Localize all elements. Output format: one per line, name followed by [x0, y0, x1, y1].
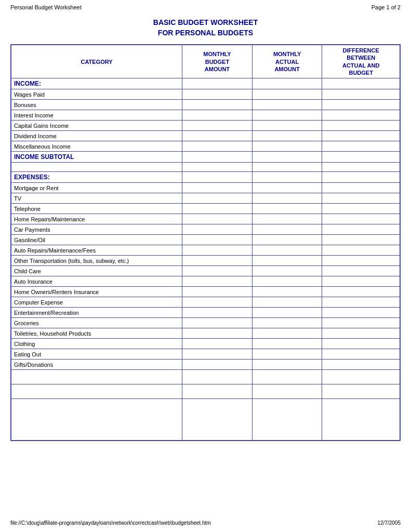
main-title: BASIC BUDGET WORKSHEET FOR PERSONAL BUDG… [0, 18, 411, 38]
bottom-spacer-row [11, 384, 400, 399]
footer-left: file://C:\doug\affiliate-programs\payday… [10, 520, 211, 526]
expense-row-label: Telephone [11, 204, 182, 214]
expense-row: Telephone [11, 204, 400, 214]
income-row: Interest Income [11, 110, 400, 121]
expense-row: Car Payments [11, 224, 400, 235]
income-row-label: Dividend Income [11, 131, 182, 141]
expense-row-label: Home Repairs/Maintenance [11, 214, 182, 224]
expense-row: Eating Out [11, 349, 400, 360]
expense-row: Mortgage or Rent [11, 183, 400, 193]
expense-row-label: Toiletries, Household Products [11, 328, 182, 339]
expense-row: Computer Expense [11, 297, 400, 308]
expense-row: Home Owners/Renters Insurance [11, 287, 400, 297]
expense-row: TV [11, 193, 400, 204]
expense-row-label: Computer Expense [11, 297, 182, 308]
header-left: Personal Budget Worksheet [10, 4, 82, 10]
income-row: Miscellaneous Income [11, 141, 400, 152]
income-row: Bonuses [11, 100, 400, 110]
income-row-label: Bonuses [11, 100, 182, 110]
expense-row-label: Auto Insurance [11, 276, 182, 287]
budget-table: CATEGORY MONTHLYBUDGETAMOUNT MONTHLYACTU… [11, 45, 400, 441]
expense-row: Toiletries, Household Products [11, 328, 400, 339]
expenses-header-row: EXPENSES: [11, 172, 400, 183]
expense-row-label: TV [11, 193, 182, 204]
expense-row-label: Gifts/Donations [11, 360, 182, 370]
expense-row-label: Groceries [11, 318, 182, 328]
bottom-spacer-row [11, 370, 400, 384]
header-right: Page 1 of 2 [372, 4, 401, 10]
income-subtotal-row: INCOME SUBTOTAL [11, 152, 400, 163]
col-header-diff: DIFFERENCEBETWEENACTUAL ANDBUDGET [322, 45, 400, 78]
expense-row: Gasoline/Oil [11, 235, 400, 245]
expense-row: Auto Insurance [11, 276, 400, 287]
expense-row-label: Gasoline/Oil [11, 235, 182, 245]
expense-row: Entertainment/Recreation [11, 308, 400, 318]
spacer-row [11, 163, 400, 172]
expense-row-label: Car Payments [11, 224, 182, 235]
col-header-category: CATEGORY [11, 45, 182, 78]
income-row: Dividend Income [11, 131, 400, 141]
expense-row: Home Repairs/Maintenance [11, 214, 400, 224]
expense-row-label: Entertainment/Recreation [11, 308, 182, 318]
expenses-header-label: EXPENSES: [11, 172, 182, 183]
expense-row-label: Home Owners/Renters Insurance [11, 287, 182, 297]
income-subtotal-label: INCOME SUBTOTAL [11, 152, 182, 163]
expense-row: Groceries [11, 318, 400, 328]
table-header-row: CATEGORY MONTHLYBUDGETAMOUNT MONTHLYACTU… [11, 45, 400, 78]
expense-row-label: Child Care [11, 266, 182, 276]
expense-row: Child Care [11, 266, 400, 276]
expense-row-label: Eating Out [11, 349, 182, 360]
income-row: Capital Gains Income [11, 121, 400, 131]
expense-row-label: Auto Repairs/Maintenance/Fees [11, 245, 182, 256]
footer-right: 12/7/2005 [378, 520, 401, 526]
income-header-row: INCOME: [11, 78, 400, 89]
expense-row: Auto Repairs/Maintenance/Fees [11, 245, 400, 256]
col-header-budget: MONTHLYBUDGETAMOUNT [182, 45, 253, 78]
expense-row-label: Clothing [11, 339, 182, 349]
col-header-actual: MONTHLYACTUALAMOUNT [252, 45, 322, 78]
expense-row-label: Mortgage or Rent [11, 183, 182, 193]
income-row-label: Wages Paid [11, 89, 182, 100]
expense-row: Clothing [11, 339, 400, 349]
page-footer: file://C:\doug\affiliate-programs\payday… [0, 518, 411, 528]
bottom-spacer-row [11, 399, 400, 441]
income-row-label: Interest Income [11, 110, 182, 121]
income-row: Wages Paid [11, 89, 400, 100]
income-header-label: INCOME: [11, 78, 182, 89]
expense-row: Other Transportation (tolls, bus, subway… [11, 256, 400, 266]
budget-table-wrapper: CATEGORY MONTHLYBUDGETAMOUNT MONTHLYACTU… [10, 44, 401, 441]
income-row-label: Capital Gains Income [11, 121, 182, 131]
expense-row-label: Other Transportation (tolls, bus, subway… [11, 256, 182, 266]
expense-row: Gifts/Donations [11, 360, 400, 370]
income-row-label: Miscellaneous Income [11, 141, 182, 152]
